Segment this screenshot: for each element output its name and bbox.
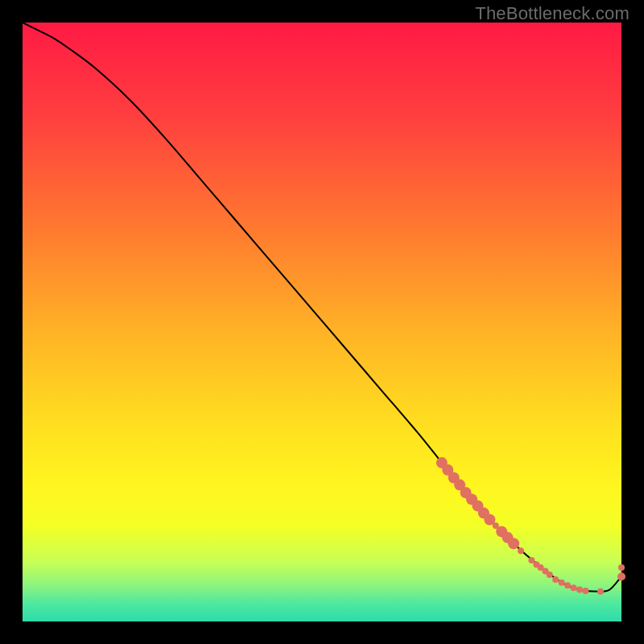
data-marker <box>576 587 583 593</box>
data-marker <box>552 576 559 583</box>
data-marker <box>508 538 519 549</box>
bottleneck-chart <box>0 0 644 644</box>
data-marker <box>559 580 565 586</box>
chart-container: TheBottleneck.com <box>0 0 644 644</box>
data-marker <box>597 588 604 595</box>
data-marker <box>564 582 571 588</box>
data-marker <box>547 572 553 578</box>
data-marker <box>570 584 576 591</box>
watermark-label: TheBottleneck.com <box>475 3 630 24</box>
data-marker <box>582 588 588 594</box>
data-marker <box>617 572 625 580</box>
data-marker <box>618 564 625 571</box>
data-marker <box>518 547 524 554</box>
